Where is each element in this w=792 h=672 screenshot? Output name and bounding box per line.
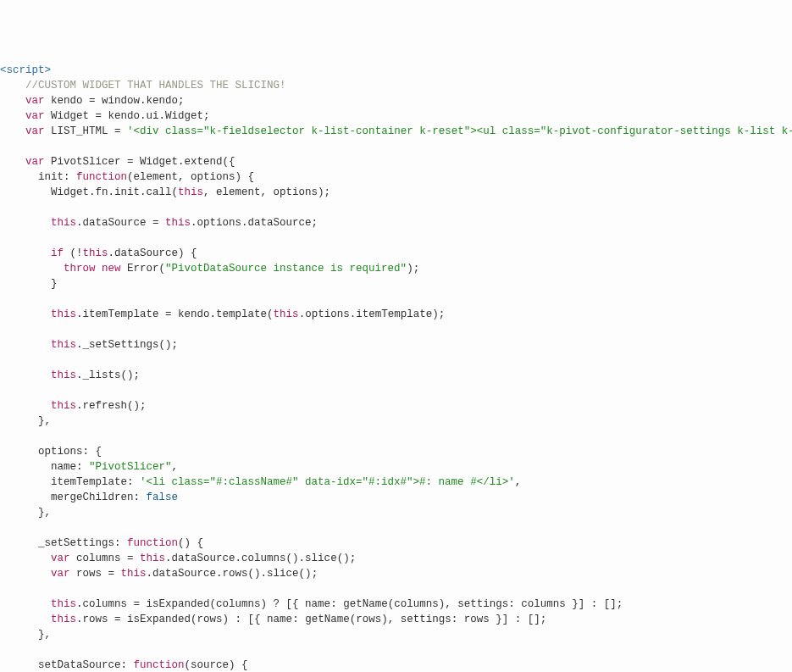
code-line: var columns = this.dataSource.columns().…	[0, 551, 792, 566]
code-token: ?	[274, 598, 280, 610]
code-token: this	[178, 186, 203, 198]
code-token: kendo.ui.Widget;	[102, 110, 210, 122]
code-token: .options.dataSource;	[191, 217, 318, 229]
code-token: this	[165, 217, 191, 229]
code-token: var	[25, 110, 45, 122]
code-token	[70, 171, 77, 183]
code-token: this	[140, 553, 165, 564]
code-token: :	[330, 598, 337, 610]
code-token: [];	[597, 598, 623, 610]
code-line: throw new Error("PivotDataSource instanc…	[0, 261, 792, 276]
code-token: '<li class="#:className#" data-idx="#:id…	[140, 476, 515, 488]
code-token: var	[25, 156, 45, 168]
code-token: _setSettings	[0, 537, 114, 549]
code-token	[0, 369, 51, 381]
code-token	[0, 95, 25, 107]
code-token	[121, 537, 128, 549]
code-token: .dataSource) {	[108, 247, 197, 259]
code-line: name: "PivotSlicer",	[0, 459, 792, 475]
code-line: this._setSettings();	[0, 337, 792, 353]
code-token: false	[147, 492, 179, 503]
code-token: :	[508, 598, 515, 610]
code-token: kendo	[45, 95, 90, 107]
code-token: =	[96, 110, 102, 122]
code-token: ._setSettings();	[76, 339, 178, 351]
code-line: var kendo = window.kendo;	[0, 93, 792, 108]
code-line	[0, 322, 792, 337]
code-line	[0, 353, 792, 368]
code-token: this	[51, 614, 76, 625]
code-token	[0, 247, 51, 259]
code-line: var rows = this.dataSource.rows().slice(…	[0, 566, 792, 581]
code-line	[0, 230, 792, 246]
code-line: var Widget = kendo.ui.Widget;	[0, 108, 792, 124]
code-token	[0, 308, 51, 320]
code-token: .dataSource	[76, 217, 152, 229]
code-token: =	[165, 308, 172, 320]
code-token	[0, 110, 25, 122]
code-line	[0, 520, 792, 536]
code-token	[0, 339, 51, 351]
code-token	[127, 659, 134, 671]
code-token	[0, 400, 51, 412]
code-token	[96, 263, 102, 275]
code-token: this	[51, 339, 76, 351]
code-token	[0, 125, 25, 137]
code-token	[121, 125, 128, 137]
code-token: var	[25, 125, 45, 137]
code-token: LIST_HTML	[45, 125, 115, 137]
code-token: (source) {	[185, 659, 248, 671]
code-token	[0, 156, 25, 168]
code-token: [];	[521, 614, 546, 625]
code-token: itemTemplate	[0, 476, 127, 488]
code-token: :	[114, 537, 121, 549]
code-token: Widget.extend({	[134, 156, 235, 168]
code-token: :	[64, 171, 70, 183]
code-token: PivotSlicer	[45, 156, 128, 168]
code-token: ._lists();	[76, 369, 140, 381]
code-token	[159, 217, 166, 229]
code-line	[0, 139, 792, 154]
code-token: this	[51, 400, 76, 412]
code-token	[0, 263, 64, 275]
code-line: },	[0, 414, 792, 429]
code-line	[0, 383, 792, 398]
code-token: .itemTemplate	[76, 308, 165, 320]
code-token: :	[76, 461, 83, 473]
code-line: },	[0, 627, 792, 642]
code-token: Error(	[121, 263, 166, 275]
code-token: =	[127, 156, 134, 168]
code-token: :	[121, 659, 128, 671]
code-token: () {	[178, 537, 203, 549]
code-token: }	[0, 278, 58, 290]
code-token: );	[407, 263, 419, 275]
code-token: <script>	[0, 64, 51, 76]
code-token: '<div class="k-fieldselector k-list-cont…	[127, 125, 792, 137]
code-line: this.columns = isExpanded(columns) ? [{ …	[0, 597, 792, 612]
code-token: .columns	[76, 598, 134, 610]
code-token: (	[64, 247, 76, 259]
code-token: this	[83, 247, 108, 259]
code-line: this.refresh();	[0, 398, 792, 414]
code-line: this.rows = isExpanded(rows) : [{ name: …	[0, 612, 792, 627]
code-token: mergeChildren	[0, 492, 134, 503]
code-token: :	[127, 476, 134, 488]
code-token: //CUSTOM WIDGET THAT HANDLES THE SLICING…	[25, 80, 286, 92]
code-line: options: {	[0, 444, 792, 459]
code-token: columns	[70, 553, 128, 564]
code-line: this._lists();	[0, 368, 792, 383]
code-token	[0, 553, 51, 564]
code-token: :	[292, 614, 299, 625]
code-token: window.kendo;	[96, 95, 185, 107]
code-token: !	[76, 247, 83, 259]
code-token: function	[134, 659, 185, 671]
code-line: }	[0, 276, 792, 292]
code-token: },	[0, 415, 51, 427]
code-line: if (!this.dataSource) {	[0, 246, 792, 261]
code-token: Widget.fn.init.call(	[0, 186, 178, 198]
code-token: (element, options) {	[127, 171, 254, 183]
code-token: rows }]	[457, 614, 515, 625]
code-token: init	[0, 171, 64, 183]
code-token	[0, 614, 51, 625]
code-token: new	[102, 263, 121, 275]
